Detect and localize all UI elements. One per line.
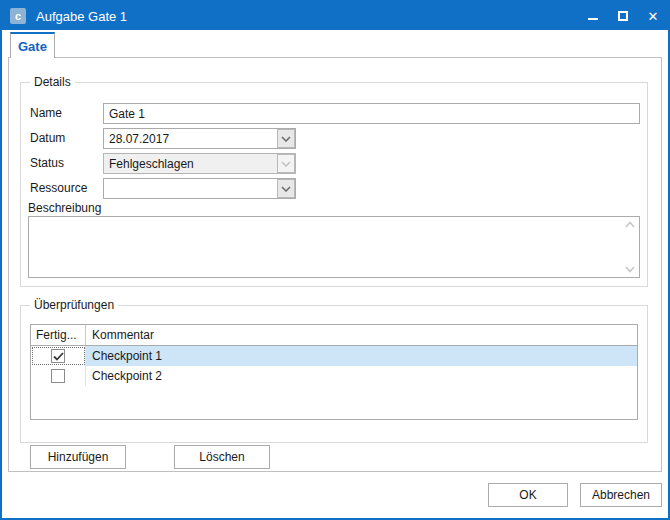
maximize-button[interactable]	[608, 2, 638, 30]
chevron-down-icon	[281, 161, 291, 167]
checkbox-checked-icon[interactable]	[51, 349, 65, 363]
delete-button[interactable]: Löschen	[174, 445, 270, 469]
status-value: Fehlgeschlagen	[104, 154, 277, 173]
status-label: Status	[30, 156, 64, 170]
name-input[interactable]	[103, 103, 640, 124]
checkbox-unchecked-icon[interactable]	[51, 369, 65, 383]
ressource-combobox[interactable]	[103, 178, 296, 199]
datum-label: Datum	[30, 131, 65, 145]
cancel-button[interactable]: Abbrechen	[580, 483, 662, 507]
column-header-fertig[interactable]: Fertig...	[31, 325, 86, 345]
window-controls: ✕	[578, 2, 668, 30]
checks-legend: Überprüfungen	[30, 298, 118, 312]
details-legend: Details	[30, 75, 75, 89]
scroll-down-icon[interactable]	[624, 266, 636, 273]
ressource-label: Ressource	[30, 181, 87, 195]
datum-value: 28.07.2017	[104, 129, 277, 148]
checkpoints-table[interactable]: Fertig... Kommentar Checkpoint 1 Checkpo…	[30, 324, 638, 420]
ok-button[interactable]: OK	[488, 483, 568, 507]
title-bar[interactable]: c Aufgabe Gate 1 ✕	[2, 2, 668, 30]
chevron-down-icon	[281, 186, 291, 192]
beschreibung-label: Beschreibung	[28, 201, 101, 215]
status-combobox: Fehlgeschlagen	[103, 153, 296, 174]
add-button[interactable]: Hinzufügen	[30, 445, 126, 469]
name-label: Name	[30, 106, 62, 120]
tab-gate-label: Gate	[18, 39, 47, 54]
table-row[interactable]: Checkpoint 1	[31, 346, 637, 366]
minimize-icon	[588, 18, 598, 20]
table-header: Fertig... Kommentar	[31, 325, 637, 346]
table-cell-comment[interactable]: Checkpoint 2	[86, 366, 637, 386]
maximize-icon	[618, 11, 628, 21]
close-icon: ✕	[648, 9, 659, 24]
minimize-button[interactable]	[578, 2, 608, 30]
status-dropdown-button	[277, 154, 295, 173]
datum-dropdown-button[interactable]	[277, 129, 295, 148]
dialog-window: c Aufgabe Gate 1 ✕ Gate Details Name Dat…	[0, 0, 670, 520]
datum-combobox[interactable]: 28.07.2017	[103, 128, 296, 149]
window-title: Aufgabe Gate 1	[36, 9, 127, 24]
column-header-kommentar[interactable]: Kommentar	[86, 328, 637, 342]
table-row[interactable]: Checkpoint 2	[31, 366, 637, 386]
app-icon: c	[10, 8, 26, 24]
ressource-dropdown-button[interactable]	[277, 179, 295, 198]
table-cell-done	[31, 366, 86, 386]
beschreibung-textarea[interactable]	[28, 216, 640, 278]
ressource-value	[104, 179, 277, 198]
close-button[interactable]: ✕	[638, 2, 668, 30]
scroll-up-icon[interactable]	[624, 221, 636, 228]
table-cell-done	[31, 346, 86, 366]
tab-gate[interactable]: Gate	[10, 32, 55, 58]
chevron-down-icon	[281, 136, 291, 142]
table-cell-comment[interactable]: Checkpoint 1	[86, 346, 637, 366]
